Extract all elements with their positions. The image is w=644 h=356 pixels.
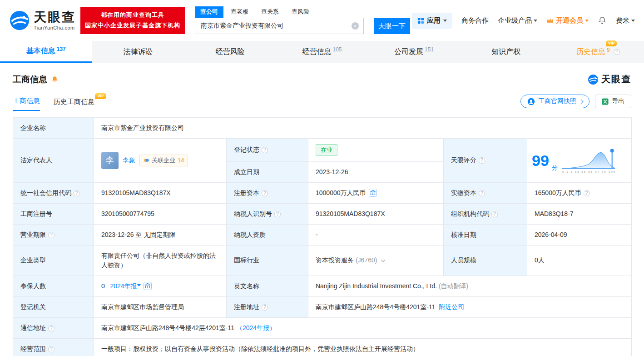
help-icon[interactable]: ? [262,190,268,196]
brand-domain: TianYanCha.com [34,25,76,30]
caret-down-icon[interactable] [137,284,141,288]
table-row: 企业类型 有限责任公司（非自然人投资或控股的法人独资） 国标行业 资本投资服务 … [13,245,632,276]
value-text: 1000000万人民币 [316,189,366,196]
caret-down-icon [443,20,447,24]
section-title: 工商信息 [13,74,47,85]
table-row: 营业期限? 2023-12-26 至 无固定期限 纳税人资质 - 核准日期 20… [13,224,632,245]
help-icon[interactable]: ? [262,304,268,311]
tianyan-score-cell[interactable]: 99 分 0 1 3 15 55 85 97 99 100 [527,139,632,183]
tab-history-info[interactable]: 历史信息 VIP 9 ? [552,41,644,63]
value-text: Nanjing Zijin Industrial Investment Co.,… [316,282,437,290]
export-button[interactable]: 导出 [595,95,631,108]
nav-cooperation[interactable]: 商务合作 [461,16,489,25]
score-distribution-chart: 0 1 3 15 55 85 97 99 100 [560,147,619,174]
capital-change-record-icon[interactable] [369,189,377,197]
help-icon[interactable]: ? [614,49,620,55]
page: 天眼查 TianYanCha.com 都在用的商业查询工具 国家中小企业发展子基… [0,0,644,356]
main-content: 工商信息 天眼查 工商信息 历史工商信息 V [0,73,644,356]
watermark-brand: 天眼查 [601,73,631,85]
insured-change-record-icon[interactable] [144,282,152,290]
field-label: 国标行业 [227,245,308,276]
search-tab-boss[interactable]: 查老板 [225,6,254,18]
subtab-business-info[interactable]: 工商信息 [13,97,40,111]
tab-company-development[interactable]: 公司发展 151 [368,41,460,63]
tab-label: 历史信息 [576,47,605,57]
avatar[interactable]: 李 [101,152,119,169]
annual-report-link[interactable]: 2024年报 [110,282,137,290]
section-actions: 工商官网快照 导出 [520,95,631,111]
clear-icon[interactable]: × [352,22,359,30]
tab-label: 法律诉讼 [124,47,153,57]
table-row: 通信地址? 南京市建邺区庐山路248号4号楼42层4201室-11 （2024年… [13,317,632,338]
english-name-value: Nanjing Zijin Industrial Investment Co.,… [308,276,632,296]
help-icon[interactable]: ? [479,157,485,164]
field-label: 经营范围? [13,338,94,356]
tab-operation-info[interactable]: 经营信息 105 [276,41,368,63]
table-row: 法定代表人 李 李象 关联企业 14 [13,139,632,162]
insured-value: 0 2024年报 [94,276,227,296]
notification-bell[interactable] [598,16,607,25]
table-row: 参保人数 0 2024年报 英文名称 Nanjing Zijin Industr… [13,276,632,296]
top-nav: 应用 商务合作 企业级产品 开通会员 [412,13,635,29]
help-icon[interactable]: ? [48,325,54,331]
nearby-companies-link[interactable]: 附近公司 [439,303,464,311]
value-text: 南京市建邺区庐山路248号4号楼4201室-11 [316,303,435,311]
value-text: 165000万人民币 [535,189,581,196]
score-value: 99 [532,153,549,168]
label-text: 纳税人识别号 [234,210,272,217]
value-text: 资本投资服务 [316,256,354,264]
field-label: 营业期限? [13,224,94,245]
help-icon[interactable]: ? [262,147,268,153]
related-companies-tag[interactable]: 关联企业 14 [139,155,188,166]
tab-count: 137 [57,46,66,52]
tab-operation-risk[interactable]: 经营风险 [184,41,276,63]
official-snapshot-button[interactable]: 工商官网快照 [520,95,590,108]
help-icon[interactable]: ? [491,211,498,217]
subtab-row: 工商信息 历史工商信息 VIP 工商官网快照 [13,95,631,111]
crown-icon [546,17,554,24]
help-icon[interactable]: ? [48,232,54,238]
search-tab-company[interactable]: 查公司 [195,6,223,18]
field-label: 成立日期 [227,161,308,182]
tab-legal-litigation[interactable]: 法律诉讼 [92,41,184,63]
help-icon[interactable]: ? [584,190,590,196]
subscribe-bell-icon[interactable] [51,75,59,83]
search-tab-risk[interactable]: 查风险 [286,6,315,18]
logo-wave-icon [588,74,599,85]
tab-label: 基本信息 [26,46,55,56]
tab-count: 151 [425,46,434,53]
help-icon[interactable]: ? [479,190,485,196]
field-label: 参保人数 [13,276,94,296]
business-term-value: 2023-12-26 至 无固定期限 [94,224,227,245]
nav-enterprise-products[interactable]: 企业级产品 [498,16,537,25]
reg-address-value: 南京市建邺区庐山路248号4号楼4201室-11 附近公司 [308,296,632,317]
annual-report-link[interactable]: （2024年报） [236,324,276,331]
user-menu[interactable]: 费米 [616,16,635,25]
caret-down-icon [631,20,635,24]
user-name: 费米 [616,16,629,25]
apps-menu[interactable]: 应用 [412,13,452,29]
search-button[interactable]: 天眼一下 [374,18,410,34]
tab-basic-info[interactable]: 基本信息 137 [0,41,92,63]
field-label: 纳税人资质 [227,224,308,245]
search-input[interactable] [195,18,363,34]
tab-count-wrap: VIP 9 [607,48,610,56]
tab-intellectual-property[interactable]: 知识产权 [460,41,552,63]
caret-down-icon [585,20,589,24]
help-icon[interactable]: ? [48,346,54,352]
label-text: 天眼评分 [451,156,476,164]
nav-open-membership[interactable]: 开通会员 [546,16,589,25]
chevron-down-icon[interactable] [381,258,386,262]
help-icon[interactable]: ? [74,190,80,196]
field-label: 核准日期 [444,224,527,245]
reg-authority-value: 南京市建邺区市场监督管理局 [94,296,227,317]
logo-text: 天眼查 TianYanCha.com [34,10,76,30]
help-icon[interactable]: ? [274,211,281,217]
legal-rep-name-link[interactable]: 李象 [123,155,135,165]
label-text: 营业期限 [20,231,46,238]
subtab-history-business-info[interactable]: 历史工商信息 VIP [54,98,94,111]
vip-badge: VIP [95,93,106,99]
legal-rep-cell: 李 李象 关联企业 14 [94,139,227,183]
tianyancha-logo[interactable]: 天眼查 TianYanCha.com [9,10,76,31]
search-tab-relation[interactable]: 查关系 [256,6,284,18]
